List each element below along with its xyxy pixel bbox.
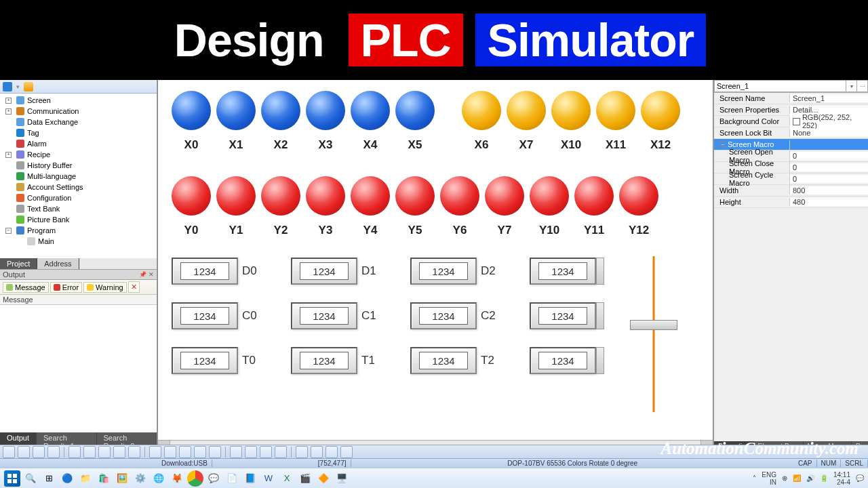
align-tool-11[interactable] — [179, 446, 191, 458]
push-button[interactable] — [261, 91, 300, 130]
prop-value[interactable]: 0 — [790, 175, 868, 183]
align-tool-7[interactable] — [113, 446, 125, 458]
tree-item-multi-language[interactable]: Multi-language — [0, 171, 157, 182]
whatsapp-icon[interactable]: 💬 — [205, 470, 222, 487]
align-tool-12[interactable] — [194, 446, 206, 458]
chevron-down-icon[interactable]: ▾ — [846, 80, 857, 92]
push-button[interactable] — [306, 91, 345, 130]
push-button[interactable] — [395, 91, 435, 130]
tree-item-text-bank[interactable]: Text Bank — [0, 203, 157, 214]
tray-notifications-icon[interactable]: 💬 — [856, 474, 864, 482]
align-tool-21[interactable] — [340, 446, 353, 458]
tree-item-communication[interactable]: +Communication — [0, 106, 157, 117]
app-icon-2[interactable]: 🎬 — [297, 470, 313, 487]
push-button[interactable] — [440, 176, 479, 216]
expand-icon[interactable]: + — [5, 108, 12, 115]
app-icon-1[interactable]: 📘 — [242, 470, 258, 487]
output-pin-icon[interactable]: 📌 ✕ — [139, 271, 154, 278]
ellipsis-icon[interactable]: ⋯ — [857, 80, 868, 92]
push-button[interactable] — [172, 91, 211, 130]
vertical-slider[interactable] — [630, 256, 677, 412]
settings-icon[interactable]: ⚙️ — [132, 470, 149, 487]
push-button[interactable] — [507, 91, 546, 130]
tree-item-account-settings[interactable]: Account Settings — [0, 182, 157, 192]
prop-value[interactable]: 0 — [790, 163, 868, 171]
tray-volume-icon[interactable]: 🔊 — [806, 474, 814, 482]
push-button[interactable] — [619, 176, 658, 216]
numeric-display[interactable]: 1234 — [291, 258, 357, 285]
screen-icon[interactable] — [3, 82, 12, 92]
prop-screen-cycle-macro[interactable]: Screen Cycle Macro0 — [714, 174, 868, 185]
push-button[interactable] — [530, 176, 569, 216]
photos-icon[interactable]: 🖼️ — [114, 470, 130, 487]
explorer-icon[interactable]: 📁 — [77, 470, 94, 487]
app-icon-4[interactable]: 🖥️ — [334, 470, 350, 487]
search-icon[interactable]: 🔍 — [22, 470, 39, 487]
prop-value[interactable]: None — [790, 129, 868, 137]
tree-item-recipe[interactable]: +Recipe — [0, 149, 157, 160]
push-button[interactable] — [395, 176, 435, 216]
firefox-icon[interactable]: 🦊 — [169, 470, 185, 487]
align-tool-1[interactable] — [18, 446, 30, 458]
tree-item-tag[interactable]: Tag — [0, 127, 157, 138]
tree-item-main[interactable]: Main — [0, 236, 157, 247]
tree-item-data-exchange[interactable]: Data Exchange — [0, 117, 157, 127]
align-tool-3[interactable] — [47, 446, 60, 458]
project-tree[interactable]: +Screen+CommunicationData ExchangeTagAla… — [0, 94, 157, 258]
tree-item-program[interactable]: −Program — [0, 225, 157, 236]
tree-item-alarm[interactable]: Alarm — [0, 138, 157, 149]
tab-project[interactable]: Project — [0, 258, 37, 269]
push-button[interactable] — [351, 176, 390, 216]
push-button[interactable] — [551, 91, 591, 130]
push-button[interactable] — [261, 176, 300, 216]
push-button[interactable] — [485, 176, 524, 216]
collapse-icon[interactable]: − — [719, 142, 726, 148]
tree-item-history-buffer[interactable]: History Buffer — [0, 160, 157, 171]
filter-error[interactable]: Error — [50, 282, 82, 293]
filter-message[interactable]: Message — [3, 282, 49, 293]
push-button[interactable] — [351, 91, 390, 130]
prop-value[interactable]: Screen_1 — [790, 94, 868, 102]
align-tool-8[interactable] — [128, 446, 140, 458]
align-tool-14[interactable] — [230, 446, 242, 458]
display-scroll[interactable] — [596, 347, 604, 374]
numeric-display[interactable]: 1234 — [291, 302, 357, 329]
push-button[interactable] — [306, 176, 345, 216]
tray-wifi-icon[interactable]: 📶 — [793, 474, 801, 482]
prop-background-color[interactable]: Background Color RGB(252, 252, 252) — [714, 116, 868, 127]
filter-warning[interactable]: Warning — [83, 282, 127, 293]
push-button[interactable] — [641, 91, 680, 130]
align-tool-16[interactable] — [260, 446, 272, 458]
numeric-display[interactable]: 1234 — [530, 258, 596, 285]
expand-icon[interactable]: + — [5, 98, 12, 104]
numeric-display[interactable]: 1234 — [530, 347, 596, 374]
display-scroll[interactable] — [596, 302, 604, 329]
numeric-display[interactable]: 1234 — [172, 258, 238, 285]
tree-item-configuration[interactable]: Configuration — [0, 192, 157, 203]
excel-icon[interactable]: X — [279, 470, 295, 487]
edge-icon[interactable]: 🌐 — [151, 470, 167, 487]
align-tool-0[interactable] — [3, 446, 15, 458]
slider-thumb[interactable] — [630, 320, 677, 330]
prop-height[interactable]: Height480 — [714, 197, 868, 208]
design-canvas[interactable]: X0X1X2X3X4X5X6X7X10X11X12 Y0Y1Y2Y3Y4Y5Y6… — [158, 80, 713, 451]
store-icon[interactable]: 🛍️ — [96, 470, 112, 487]
filter-clear[interactable]: ✕ — [128, 281, 140, 293]
expand-icon[interactable]: + — [5, 152, 12, 158]
push-button[interactable] — [574, 176, 614, 216]
tab-address[interactable]: Address — [37, 258, 79, 269]
align-tool-17[interactable] — [275, 446, 287, 458]
numeric-display[interactable]: 1234 — [410, 258, 477, 285]
numeric-display[interactable]: 1234 — [291, 347, 357, 374]
align-tool-6[interactable] — [98, 446, 111, 458]
start-button[interactable] — [4, 470, 20, 487]
numeric-display[interactable]: 1234 — [172, 302, 238, 329]
chrome-icon[interactable] — [187, 470, 203, 487]
align-tool-15[interactable] — [245, 446, 257, 458]
tray-clock[interactable]: 14:1124-4 — [833, 471, 850, 486]
prop-screen-name[interactable]: Screen NameScreen_1 — [714, 93, 868, 104]
align-tool-13[interactable] — [209, 446, 221, 458]
align-tool-2[interactable] — [33, 446, 45, 458]
prop-value[interactable]: 480 — [790, 198, 868, 206]
prop-value[interactable]: 0 — [790, 152, 868, 160]
